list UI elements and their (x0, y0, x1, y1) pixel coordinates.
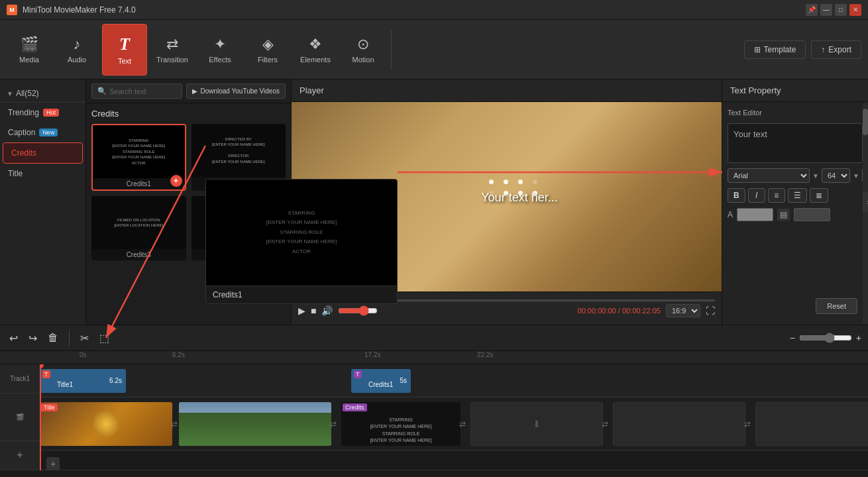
scrollbar-thumb[interactable] (863, 109, 868, 135)
sidebar-item-trending[interactable]: Trending Hot (0, 103, 85, 123)
credits-label: Credits (11, 148, 36, 158)
sidebar-item-caption[interactable]: Caption New (0, 123, 85, 142)
caption-label: Caption (8, 128, 35, 137)
credits2-text: DIRECTED BY[ENTER YOUR NAME HERE]DIRECTO… (212, 136, 265, 164)
font-family-select[interactable]: Arial Times New Roman (728, 168, 810, 183)
empty-clip-3 (755, 402, 868, 446)
tool-effects[interactable]: ✦ Effects (197, 24, 243, 76)
zoom-out-btn[interactable]: − (790, 333, 795, 343)
tool-motion[interactable]: ⊙ Motion (341, 24, 386, 76)
player-text: Your text her... (481, 191, 557, 204)
ruler-mark-17: 17.2s (364, 351, 380, 358)
video-clip-1[interactable]: Title (40, 402, 172, 446)
aspect-ratio-select[interactable]: 16:9 9:16 1:1 (666, 304, 700, 317)
track1-label: Track1 (0, 364, 40, 394)
reset-btn[interactable]: Reset (816, 298, 857, 314)
timeline-clip-title[interactable]: T Title1 6.2s (40, 369, 126, 393)
trending-label: Trending (8, 108, 39, 117)
tool-filters[interactable]: ◈ Filters (245, 24, 290, 76)
tool-elements[interactable]: ❖ Elements (293, 24, 338, 76)
transition-icon-4[interactable]: ⇄ (602, 419, 608, 429)
player-title: Player (299, 85, 714, 95)
transition-icon-2[interactable]: ⇄ (330, 419, 337, 429)
dropdown-arrow1: ▼ (812, 172, 819, 180)
motion-icon: ⊙ (357, 36, 369, 53)
delete-btn[interactable]: 🗑 (45, 329, 61, 346)
align-left-btn[interactable]: ≡ (768, 188, 785, 203)
playhead[interactable] (40, 364, 41, 470)
tool-transition[interactable]: ⇄ Transition (150, 24, 195, 76)
text-input[interactable]: Your text (728, 123, 863, 163)
align-right-btn[interactable]: ≣ (810, 188, 828, 203)
scrollbar-track[interactable] (863, 102, 868, 325)
section-title: Credits (91, 109, 286, 119)
timeline-ruler: 0s 6.2s 17.2s 22.2s (0, 351, 868, 364)
maximize-btn[interactable]: □ (835, 4, 847, 16)
tool-text[interactable]: T Text (102, 24, 147, 76)
zoom-in-btn[interactable]: + (856, 333, 861, 343)
tool-text-label: Text (118, 57, 131, 65)
stop-btn[interactable]: ■ (311, 305, 316, 316)
left-panel: ▼ All(52) Trending Hot Caption New Credi… (0, 80, 86, 325)
bold-btn[interactable]: B (728, 188, 745, 203)
thumb-img-credits2: DIRECTED BY[ENTER YOUR NAME HERE]DIRECTO… (191, 124, 286, 177)
text-color-swatch[interactable] (737, 208, 773, 221)
collapse-btn[interactable]: › (863, 192, 868, 212)
volume-slider[interactable] (338, 305, 378, 316)
volume-btn[interactable]: 🔊 (321, 305, 333, 316)
landscape-video-inner (179, 402, 331, 446)
transition-icon-1[interactable]: ⇄ (171, 419, 178, 429)
dropdown-arrow2: ▼ (853, 172, 859, 180)
add-track-btn[interactable]: + (46, 457, 60, 470)
tool-audio[interactable]: ♪ Audio (54, 24, 99, 76)
minimize-btn[interactable]: — (820, 4, 832, 16)
caret-icon: ▼ (7, 90, 13, 97)
zoom-slider[interactable] (799, 333, 852, 343)
thumbnail-credits1[interactable]: STARRING[ENTER YOUR NAME HERE]STARRING R… (91, 124, 186, 191)
cut-btn[interactable]: ✂ (78, 329, 91, 347)
ruler-mark-6: 6.2s (172, 351, 185, 358)
italic-btn[interactable]: I (748, 188, 765, 203)
redo-btn[interactable]: ↪ (26, 329, 40, 347)
play-btn[interactable]: ▶ (298, 305, 305, 316)
tooltip-popup: STARRING[ENTER YOUR NAME HERE]STARRING R… (205, 179, 398, 304)
add-credits1-btn[interactable]: + (170, 175, 182, 187)
hot-badge: Hot (43, 109, 59, 117)
app-icon: M (7, 5, 17, 15)
text-value: Your text (733, 129, 767, 139)
all-header: ▼ All(52) (0, 85, 85, 103)
undo-btn[interactable]: ↩ (7, 329, 21, 347)
tool-audio-label: Audio (68, 56, 86, 64)
track1-label-text: Track1 (10, 375, 30, 382)
timeline-clip-credits[interactable]: T Credits1 5s (351, 369, 411, 393)
fullscreen-btn[interactable]: ⛶ (706, 305, 715, 316)
bg-color-swatch[interactable] (794, 208, 830, 221)
sidebar-item-title[interactable]: Title (0, 164, 85, 184)
video-clip-3[interactable]: Credits STARRING[ENTER YOUR NAME HERE]ST… (341, 402, 461, 446)
transition-icon-3[interactable]: ⇄ (459, 419, 466, 429)
sidebar-item-credits[interactable]: Credits (3, 142, 83, 164)
thumbnail-credits3[interactable]: FILMED ON LOCATION[ENTER LOCATION HERE] … (91, 196, 186, 260)
credits3-text: FILMED ON LOCATION[ENTER LOCATION HERE] (114, 217, 163, 229)
credits-clip-duration: 5s (400, 377, 407, 384)
align-center-btn[interactable]: ☰ (788, 188, 807, 203)
track-area: T Title1 6.2s T Credits1 5s Title (40, 364, 868, 470)
template-icon: ⊞ (754, 45, 761, 54)
tool-filters-label: Filters (258, 56, 278, 64)
credits-clip-name: Credits1 (368, 381, 393, 388)
pin-btn[interactable]: 📌 (806, 4, 818, 16)
app-title: MiniTool MovieMaker Free 7.4.0 (23, 5, 800, 15)
font-size-select[interactable]: 64 48 32 (822, 168, 850, 183)
close-btn[interactable]: ✕ (849, 4, 861, 16)
crop-btn[interactable]: ⬚ (97, 329, 112, 347)
template-btn[interactable]: ⊞ Template (744, 40, 806, 59)
transition-icon-5[interactable]: ⇄ (744, 419, 751, 429)
download-icon-1: ⬇ (533, 419, 541, 429)
download-youtube-btn[interactable]: ▶ Download YouTube Videos (186, 83, 286, 99)
window-controls: 📌 — □ ✕ (806, 4, 861, 16)
ruler-mark-22: 22.2s (477, 351, 493, 358)
export-btn[interactable]: ↑ Export (811, 40, 861, 59)
download-btn-label: Download YouTube Videos (200, 87, 280, 95)
video-clip-2[interactable] (179, 402, 331, 446)
tool-media[interactable]: 🎬 Media (7, 24, 52, 76)
